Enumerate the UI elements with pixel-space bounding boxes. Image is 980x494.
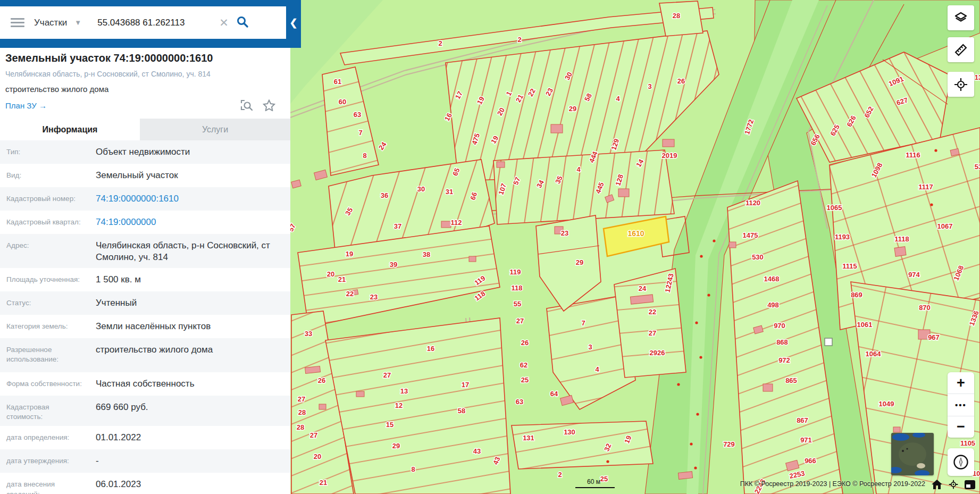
zoom-out-button[interactable]: − (948, 416, 974, 438)
plan-zu-link[interactable]: План ЗУ → (5, 101, 47, 110)
search-input[interactable] (96, 17, 218, 29)
info-label: Кадастровый квартал: (0, 211, 86, 231)
parcel-label: 131 (523, 434, 534, 442)
zoom-control: + ••• − (948, 372, 974, 438)
cadastral-map[interactable]: 6160637248222817191620121222330582943264… (290, 0, 980, 494)
parcel-label: 26 (521, 339, 529, 347)
parcel-label: 13 (975, 73, 980, 81)
parcel-label: 29 (392, 442, 400, 450)
info-panel: Земельный участок 74:19:0000000:1610 Чел… (0, 39, 290, 494)
menu-button[interactable] (11, 16, 24, 29)
parcel-label: 4 (616, 95, 620, 103)
info-table: Тип:Объект недвижимостиВид:Земельный уча… (0, 140, 290, 494)
parcel-label: 28 (298, 408, 306, 416)
parcel-label: 7 (581, 319, 585, 327)
info-value: - (86, 449, 290, 471)
parcel-label: 8 (363, 152, 366, 160)
parcel-label: 1193 (835, 233, 850, 241)
minimap[interactable] (891, 433, 934, 475)
info-value: 669 660 руб. (86, 396, 290, 417)
favorite-star-icon[interactable] (263, 99, 275, 111)
parcel-label: 868 (776, 338, 788, 346)
link-row: План ЗУ → (5, 99, 285, 111)
info-value-link[interactable]: 74:19:0000000:1610 (86, 187, 290, 209)
parcel-label: 27 (383, 371, 391, 379)
parcel-label: 1116 (906, 151, 920, 159)
parcel-label: 7 (358, 129, 362, 137)
parcel-label: 119 (510, 268, 521, 276)
parcel-label: 1067 (937, 222, 953, 230)
info-label: дата утверждения: (0, 449, 86, 470)
parcel-label: 867 (797, 416, 808, 424)
selected-parcel-label: 1610 (627, 229, 644, 238)
scale-line (575, 487, 615, 488)
parcel-label: 1117 (918, 183, 933, 191)
parcel-label: 1468 (764, 275, 780, 283)
info-label: Кадастровая стоимость: (0, 396, 86, 426)
panel-header: Земельный участок 74:19:0000000:1610 Чел… (0, 39, 290, 111)
info-row: Адрес:Челябинская область, р-н Сосновски… (0, 234, 290, 268)
parcel-label: 970 (774, 322, 785, 330)
zoom-to-object-icon[interactable] (240, 99, 253, 111)
compass-icon (953, 454, 969, 470)
parcel-label: 2 (558, 471, 562, 479)
parcel-label: 1118 (894, 235, 909, 243)
info-label: дата внесения сведений: (0, 473, 86, 494)
info-row: Вид:Земельный участок (0, 164, 290, 187)
parcel-label: 60 (339, 98, 346, 106)
info-value: 1 500 кв. м (86, 268, 290, 290)
parcel-label: 4 (576, 165, 581, 173)
parcel-label: 31 (446, 188, 453, 196)
info-value: 01.01.2022 (86, 426, 290, 448)
parcel-label: 27 (649, 329, 656, 337)
parcel-label: 55 (514, 300, 521, 308)
tab-information[interactable]: Информация (0, 119, 140, 140)
parcel-label: 967 (928, 333, 940, 341)
parcel-label: 23 (561, 229, 568, 237)
zoom-more-button[interactable]: ••• (948, 393, 974, 415)
info-row: дата утверждения:- (0, 449, 290, 473)
overview-icon[interactable] (965, 480, 975, 489)
info-row: Кадастровый номер:74:19:0000000:1610 (0, 187, 290, 211)
bottom-toolbar (932, 480, 975, 489)
parcel-label: 33 (305, 330, 312, 338)
search-button[interactable] (236, 15, 249, 30)
parcel-label: 1115 (842, 262, 857, 270)
zoom-in-button[interactable]: + (948, 372, 974, 393)
tab-services[interactable]: Услуги (140, 119, 290, 140)
parcel-label: 16 (427, 345, 434, 353)
parcel-label: 26 (677, 77, 685, 85)
compass-button[interactable] (948, 448, 974, 476)
parcel-label: 24 (639, 284, 647, 292)
tabs: Информация Услуги (0, 119, 290, 140)
parcel-label: 22 (346, 290, 354, 298)
info-row: дата внесения сведений:06.01.2023 (0, 473, 290, 494)
parcel-label: 29 (569, 105, 576, 113)
crosshair-icon[interactable] (949, 480, 958, 489)
info-value: Земельный участок (86, 164, 290, 186)
parcel-label: 19 (346, 250, 353, 258)
collapse-panel-button[interactable]: ❮ (286, 6, 301, 39)
info-row: Категория земель:Земли населённых пункто… (0, 315, 290, 338)
minimap-image (891, 433, 934, 475)
parcel-label: 30 (417, 185, 425, 193)
parcel-label: 130 (564, 428, 575, 436)
info-row: Тип:Объект недвижимости (0, 140, 290, 164)
parcel-label: 28 (673, 12, 680, 20)
info-label: Кадастровый номер: (0, 187, 86, 208)
clear-search-icon[interactable]: ✕ (219, 16, 229, 29)
home-icon[interactable] (932, 480, 942, 489)
info-label: Форма собственности: (0, 372, 86, 393)
parcel-label: 64 (550, 390, 558, 398)
measure-button[interactable] (948, 37, 974, 62)
parcel-label: 729 (723, 440, 735, 448)
search-category-select[interactable]: Участки (34, 18, 67, 28)
parcel-label: 63 (354, 111, 361, 119)
chevron-down-icon[interactable]: ▼ (74, 19, 81, 27)
parcel-label: 25 (521, 376, 529, 384)
layers-button[interactable] (948, 5, 974, 30)
parcel-label: 2926 (650, 349, 665, 357)
locate-button[interactable] (948, 72, 974, 97)
info-value-link[interactable]: 74:19:0000000 (86, 211, 290, 232)
parcel-label: 27 (298, 395, 305, 403)
